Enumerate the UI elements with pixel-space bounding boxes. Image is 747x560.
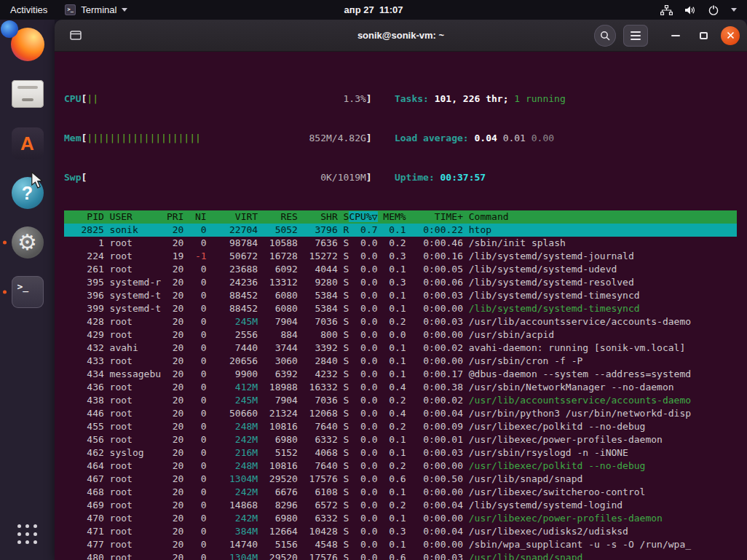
column-header-cpu[interactable]: CPU%▽	[349, 211, 377, 222]
process-row-470[interactable]: 470 root 20 0 242M 6980 6332 S 0.0 0.1 0…	[64, 512, 737, 525]
dock-item-files[interactable]	[10, 76, 45, 111]
column-header-res[interactable]: RES	[258, 211, 298, 222]
process-row-395[interactable]: 395 systemd-r 20 0 24236 13312 9280 S 0.…	[64, 276, 737, 289]
htop-meters: CPU[||1.3%] Mem[||||||||||||||||||||852M…	[64, 66, 372, 210]
search-button[interactable]	[594, 25, 616, 47]
maximize-icon	[700, 32, 708, 39]
process-row-462[interactable]: 462 syslog 20 0 216M 5152 4068 S 0.0 0.1…	[64, 446, 737, 460]
network-icon	[660, 5, 673, 15]
terminal-app-icon: >_	[65, 4, 76, 15]
dock-items: A?⚙>_	[10, 27, 45, 309]
clock-menu[interactable]: апр 27 11:07	[344, 4, 403, 15]
process-row-434[interactable]: 434 messagebu 20 0 9900 6392 4232 S 0.0 …	[64, 368, 737, 381]
window-icon	[70, 31, 82, 40]
app-menu-label: Terminal	[81, 4, 116, 15]
process-row-428[interactable]: 428 root 20 0 245M 7904 7036 S 0.0 0.2 0…	[64, 315, 737, 328]
process-row-261[interactable]: 261 root 20 0 23688 6092 4044 S 0.0 0.1 …	[64, 263, 737, 276]
dock-item-terminal[interactable]: >_	[10, 275, 45, 309]
process-row-471[interactable]: 471 root 20 0 384M 12664 10428 S 0.0 0.3…	[64, 525, 737, 538]
dock-item-ubuntu-software[interactable]: A	[10, 126, 45, 161]
process-row-480[interactable]: 480 root 20 0 1304M 29520 17576 S 0.0 0.…	[64, 551, 737, 560]
activities-button[interactable]: Activities	[0, 0, 58, 20]
terminal-window: sonik@sonik-vm: ~	[55, 20, 747, 560]
hamburger-icon	[631, 31, 641, 33]
column-header-cmd[interactable]: Command	[463, 211, 509, 222]
minimize-button[interactable]	[665, 25, 686, 46]
hamburger-menu-button[interactable]	[623, 25, 648, 47]
column-header-s[interactable]: S	[338, 211, 349, 222]
process-row-436[interactable]: 436 root 20 0 412M 18988 16332 S 0.0 0.4…	[64, 381, 737, 394]
show-applications-button[interactable]	[10, 516, 45, 551]
desktop-screen: Activities >_ Terminal апр 27 11:07	[0, 0, 747, 560]
dock-item-settings[interactable]: ⚙	[10, 225, 45, 260]
column-header-time[interactable]: TIME+	[406, 211, 463, 222]
maximize-button[interactable]	[693, 25, 714, 46]
running-indicator	[3, 241, 7, 245]
show-applications-icon	[17, 524, 37, 544]
chevron-down-icon	[731, 8, 737, 12]
files-icon	[12, 80, 44, 108]
column-header-mem[interactable]: MEM%	[378, 211, 406, 222]
process-row-456[interactable]: 456 root 20 0 242M 6980 6332 S 0.0 0.1 0…	[64, 433, 737, 446]
app-menu-terminal[interactable]: >_ Terminal	[58, 0, 135, 20]
search-icon	[600, 31, 610, 41]
window-titlebar[interactable]: sonik@sonik-vm: ~	[55, 20, 747, 52]
column-header-virt[interactable]: VIRT	[207, 211, 258, 222]
power-icon	[708, 4, 719, 16]
settings-gear-icon: ⚙	[12, 226, 44, 259]
process-row-396[interactable]: 396 systemd-t 20 0 88452 6080 5384 S 0.0…	[64, 289, 737, 302]
process-row-432[interactable]: 432 avahi 20 0 7440 3744 3392 S 0.0 0.1 …	[64, 342, 737, 355]
process-row-1[interactable]: 1 root 20 0 98784 10588 7636 S 0.0 0.2 0…	[64, 237, 737, 250]
mem-meter: Mem[||||||||||||||||||||852M/4.82G]	[64, 132, 372, 145]
uptime-line: Uptime: 00:37:57	[395, 171, 566, 184]
process-row-464[interactable]: 464 root 20 0 248M 10816 7640 S 0.0 0.2 …	[64, 460, 737, 473]
column-header-pid[interactable]: PID	[64, 211, 104, 222]
process-row-455[interactable]: 455 root 20 0 248M 10816 7640 S 0.0 0.2 …	[64, 420, 737, 433]
column-header-user[interactable]: USER	[104, 211, 161, 222]
terminal-icon: >_	[12, 276, 44, 308]
terminal-content[interactable]: CPU[||1.3%] Mem[||||||||||||||||||||852M…	[55, 52, 747, 560]
process-row-438[interactable]: 438 root 20 0 245M 7904 7036 S 0.0 0.2 0…	[64, 394, 737, 407]
top-bar: Activities >_ Terminal апр 27 11:07	[0, 0, 747, 20]
column-header-pri[interactable]: PRI	[161, 211, 183, 222]
window-title: sonik@sonik-vm: ~	[357, 30, 444, 41]
process-row-446[interactable]: 446 root 20 0 50660 21324 12068 S 0.0 0.…	[64, 407, 737, 420]
help-icon: ?	[12, 177, 44, 209]
process-row-477[interactable]: 477 root 20 0 14740 5156 4548 S 0.0 0.1 …	[64, 538, 737, 551]
swap-meter: Swp[0K/1019M]	[64, 171, 372, 184]
process-row-224[interactable]: 224 root 19 -1 50672 16728 15272 S 0.0 0…	[64, 250, 737, 263]
activities-label: Activities	[10, 4, 47, 15]
dock-item-help[interactable]: ?	[10, 176, 45, 210]
process-row-429[interactable]: 429 root 20 0 2556 884 800 S 0.0 0.0 0:0…	[64, 328, 737, 342]
column-header-shr[interactable]: SHR	[298, 211, 338, 222]
close-icon	[727, 31, 735, 39]
tasks-line: Tasks: 101, 226 thr; 1 running	[395, 92, 566, 106]
chevron-down-icon	[122, 8, 127, 12]
ubuntu-software-icon: A	[12, 127, 44, 159]
process-row-468[interactable]: 468 root 20 0 242M 6676 6108 S 0.0 0.1 0…	[64, 486, 737, 499]
htop-stats: Tasks: 101, 226 thr; 1 running Load aver…	[395, 66, 566, 210]
process-row-469[interactable]: 469 root 20 0 14868 8296 6572 S 0.0 0.2 …	[64, 499, 737, 512]
minimize-icon	[671, 35, 680, 36]
process-table: 2825 sonik 20 0 22704 5052 3796 R 0.7 0.…	[64, 224, 737, 560]
process-table-header: PID USER PRI NI VIRT RES SHR SCPU%▽ MEM%…	[64, 210, 737, 224]
column-header-ni[interactable]: NI	[183, 211, 206, 222]
running-indicator	[3, 291, 7, 294]
process-row-433[interactable]: 433 root 20 0 20656 3060 2840 S 0.0 0.1 …	[64, 355, 737, 368]
dock: A?⚙>_	[0, 20, 55, 560]
system-tray-menu[interactable]	[660, 0, 747, 20]
dock-item-firefox[interactable]	[10, 27, 45, 62]
volume-icon	[684, 5, 696, 15]
window-menu-button[interactable]	[65, 25, 87, 47]
process-row-2825[interactable]: 2825 sonik 20 0 22704 5052 3796 R 0.7 0.…	[64, 224, 737, 237]
close-button[interactable]	[721, 26, 740, 45]
cpu-meter: CPU[||1.3%]	[64, 92, 372, 106]
process-row-399[interactable]: 399 systemd-t 20 0 88452 6080 5384 S 0.0…	[64, 302, 737, 315]
load-average-line: Load average: 0.040.010.00	[395, 132, 566, 145]
process-row-467[interactable]: 467 root 20 0 1304M 29520 17576 S 0.0 0.…	[64, 473, 737, 486]
firefox-icon	[11, 28, 44, 61]
